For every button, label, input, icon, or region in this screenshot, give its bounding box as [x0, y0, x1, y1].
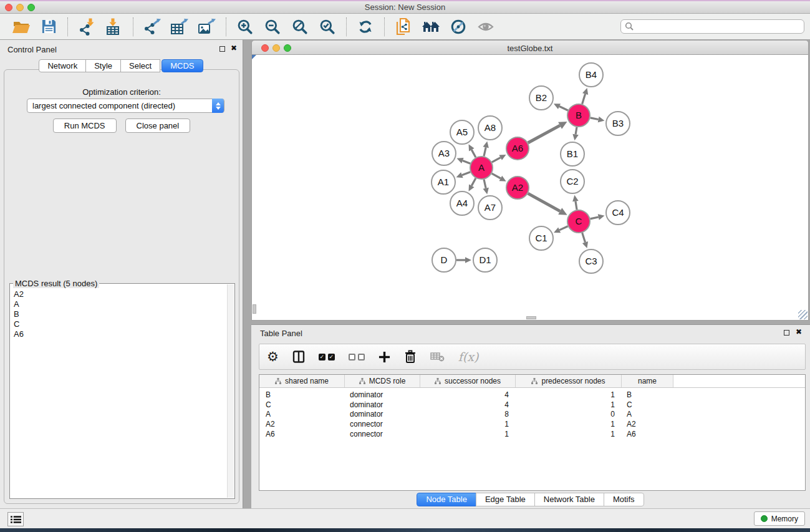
cell-shared_name: C — [259, 400, 345, 410]
graph-edge-B-B1[interactable] — [576, 127, 577, 135]
graph-edge-A-A7[interactable] — [484, 180, 486, 188]
delete-columns-button[interactable] — [404, 350, 417, 364]
graph-edge-A6-B[interactable] — [528, 125, 560, 143]
graph-edge-C-C4[interactable] — [591, 217, 599, 219]
select-all-columns-button[interactable]: ✓ ✓ — [319, 354, 335, 360]
network-view-window: testGlobe.txt B4B2BB3A8A5A6A3B1AC2A1A2A4… — [251, 40, 809, 321]
graph-edge-B-B3[interactable] — [591, 118, 599, 120]
network-window-titlebar[interactable]: testGlobe.txt — [251, 40, 809, 55]
import-network-button[interactable] — [75, 16, 99, 38]
graph-edge-A-A5[interactable] — [471, 150, 476, 157]
refresh-layout-button[interactable] — [354, 16, 377, 38]
column-header-predecessor-nodes[interactable]: predecessor nodes — [516, 375, 622, 387]
mcds-tab-content: Optimization criterion: largest connecte… — [4, 69, 239, 504]
graph-edge-A-A1[interactable] — [462, 172, 470, 175]
horizontal-scroll-thumb[interactable] — [526, 316, 536, 319]
table-settings-button[interactable]: ⚙ — [267, 351, 279, 363]
mcds-buttons: Run MCDS Close panel — [4, 118, 239, 133]
checked-box-icon: ✓ — [319, 354, 325, 360]
save-session-button[interactable] — [37, 16, 60, 38]
table-row[interactable]: A6connector11A6 — [259, 430, 805, 440]
result-item[interactable]: A — [14, 299, 227, 309]
table-row[interactable]: Adominator80A — [259, 410, 805, 420]
tab-mcds[interactable]: MCDS — [162, 59, 203, 72]
graph-edge-B-B4[interactable] — [582, 94, 586, 104]
resize-grip[interactable] — [798, 310, 808, 319]
graph-node-label-B2: B2 — [536, 92, 547, 103]
unselect-all-columns-button[interactable] — [349, 354, 365, 360]
graph-edge-A-A4[interactable] — [471, 178, 476, 186]
float-panel-icon[interactable] — [219, 46, 225, 52]
graph-edge-C-C1[interactable] — [559, 226, 567, 230]
run-mcds-button[interactable]: Run MCDS — [53, 118, 117, 133]
zoom-out-button[interactable] — [261, 16, 284, 38]
tab-network[interactable]: Network — [39, 59, 86, 72]
zoom-fit-button[interactable] — [288, 16, 312, 38]
graph-edge-C-C2[interactable] — [576, 201, 577, 210]
graph-edge-A-A8[interactable] — [484, 147, 486, 156]
table-row[interactable]: Cdominator41C — [259, 400, 805, 410]
graph-node-label-B3: B3 — [612, 118, 624, 128]
unchecked-box-icon — [358, 354, 365, 360]
graph-edge-A-A6[interactable] — [492, 158, 501, 162]
table-row[interactable]: A2connector11A2 — [259, 420, 805, 430]
tab-node-table[interactable]: Node Table — [417, 493, 476, 506]
criterion-dropdown[interactable]: largest connected component (directed) — [27, 99, 224, 113]
zoom-selected-icon — [319, 19, 335, 35]
graph-edge-A-A2[interactable] — [492, 173, 501, 178]
result-item[interactable]: A2 — [14, 289, 227, 299]
zoom-in-icon — [237, 19, 253, 35]
export-table-button[interactable] — [168, 16, 191, 38]
close-panel-button[interactable]: Close panel — [125, 118, 191, 133]
column-header-MCDS-role[interactable]: MCDS role — [345, 375, 420, 387]
table-row[interactable]: Bdominator41B — [259, 390, 805, 400]
result-item[interactable]: C — [14, 319, 227, 329]
graph-edge-A2-C[interactable] — [528, 193, 561, 211]
zoom-in-button[interactable] — [233, 16, 257, 38]
toolbar-separator — [384, 17, 385, 36]
result-scrollbar[interactable] — [227, 284, 234, 498]
graph-node-label-C: C — [576, 216, 582, 226]
column-header-name[interactable]: name — [622, 375, 673, 387]
show-hide-view-button[interactable] — [474, 16, 498, 38]
network-graph: B4B2BB3A8A5A6A3B1AC2A1A2A4A7C4CC1C3DD1 — [252, 55, 808, 319]
home-button[interactable] — [419, 16, 443, 38]
open-folder-icon — [12, 19, 31, 35]
graph-edge-C-C3[interactable] — [582, 233, 586, 242]
import-table-icon — [105, 18, 123, 36]
tab-network-table[interactable]: Network Table — [534, 493, 604, 506]
close-table-panel-icon[interactable]: ✖ — [796, 327, 802, 336]
graph-edge-B-B2[interactable] — [559, 107, 568, 110]
session-document-button[interactable] — [392, 16, 415, 38]
result-item[interactable]: B — [14, 309, 227, 319]
import-table-button[interactable] — [102, 16, 126, 38]
memory-button[interactable]: Memory — [754, 511, 805, 526]
export-network-button[interactable] — [140, 16, 164, 38]
column-header-label: shared name — [285, 377, 329, 385]
graphics-details-button[interactable] — [446, 16, 470, 38]
graph-node-label-D1: D1 — [479, 254, 491, 265]
table-header-filler — [673, 375, 805, 387]
tab-motifs[interactable]: Motifs — [604, 493, 644, 506]
split-columns-button[interactable] — [292, 351, 305, 363]
vertical-scroll-thumb[interactable] — [253, 304, 256, 314]
export-image-button[interactable] — [195, 16, 219, 38]
graph-edge-A-A3[interactable] — [463, 160, 470, 163]
add-column-button[interactable] — [378, 351, 390, 363]
column-header-successor-nodes[interactable]: successor nodes — [420, 375, 516, 387]
tab-style[interactable]: Style — [85, 59, 121, 72]
result-item[interactable]: A6 — [14, 329, 227, 339]
float-table-panel-icon[interactable] — [784, 330, 789, 336]
column-header-shared-name[interactable]: shared name — [259, 375, 345, 387]
search-input[interactable] — [620, 19, 804, 34]
mcds-result-box: MCDS result (5 nodes) A2ABCA6 — [9, 283, 235, 499]
zoom-selected-button[interactable] — [316, 16, 339, 38]
close-panel-icon[interactable]: ✖ — [231, 44, 237, 52]
delete-table-button — [430, 352, 445, 362]
tab-edge-table[interactable]: Edge Table — [476, 493, 535, 506]
cell-name: B — [622, 390, 673, 400]
tab-select[interactable]: Select — [120, 59, 160, 72]
network-canvas[interactable]: B4B2BB3A8A5A6A3B1AC2A1A2A4A7C4CC1C3DD1 — [251, 55, 809, 321]
task-history-button[interactable] — [7, 512, 24, 526]
open-file-button[interactable] — [9, 16, 33, 38]
